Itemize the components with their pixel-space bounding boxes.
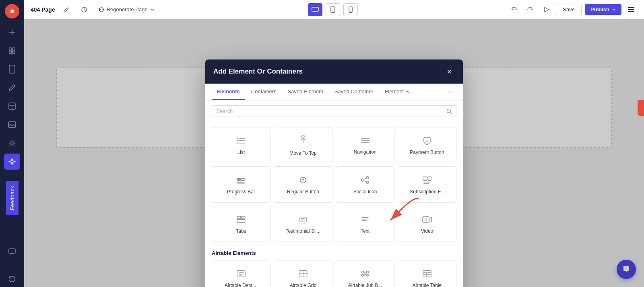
svg-line-48: [364, 178, 366, 180]
element-card-testimonial-slider[interactable]: Testimonial Sli...: [274, 206, 332, 242]
menu-button[interactable]: [625, 3, 638, 16]
svg-rect-6: [12, 51, 15, 53]
tab-saved-container[interactable]: Saved Container: [330, 84, 378, 100]
svg-point-76: [362, 271, 364, 273]
subscription-form-icon: [421, 175, 433, 185]
svg-rect-14: [9, 249, 15, 253]
history-icon[interactable]: [78, 3, 91, 16]
svg-line-49: [364, 181, 366, 182]
svg-point-80: [364, 273, 366, 275]
save-button[interactable]: Save: [556, 4, 582, 15]
airtable-elements-grid: Airtable Detai... Airtable Grid: [212, 260, 456, 287]
search-input[interactable]: [216, 108, 443, 114]
tab-containers[interactable]: Containers: [246, 84, 281, 100]
list-icon: [235, 136, 247, 146]
sidebar-item-layout[interactable]: [4, 43, 20, 59]
red-arrow: [354, 192, 427, 232]
svg-rect-35: [301, 136, 305, 137]
tablet-view-button[interactable]: [326, 3, 340, 16]
app-logo[interactable]: [5, 4, 19, 18]
svg-rect-56: [237, 219, 245, 223]
navigation-icon: [359, 136, 371, 145]
element-card-regular-button[interactable]: Regular Button: [274, 166, 332, 203]
svg-point-45: [366, 176, 369, 179]
tabs-icon: [235, 215, 247, 224]
airtable-section-title: Airtable Elements: [212, 248, 456, 256]
element-card-airtable-grid[interactable]: Airtable Grid: [274, 260, 332, 287]
page-title: 404 Page: [31, 6, 55, 13]
regular-button-icon: [297, 175, 309, 185]
desktop-view-button[interactable]: [308, 3, 322, 16]
modal-close-button[interactable]: ×: [444, 66, 455, 77]
element-label-progress-bar: Progress Bar: [227, 189, 255, 195]
svg-rect-55: [242, 216, 245, 219]
redo-button[interactable]: [524, 3, 537, 16]
modal-tabs: Elements Containers Saved Element Saved …: [205, 84, 463, 100]
element-card-payment-button[interactable]: Payment Button: [398, 127, 456, 163]
airtable-grid-icon: [297, 269, 309, 279]
tabs-more-button[interactable]: ···: [444, 84, 456, 99]
feedback-button[interactable]: Feedback: [6, 181, 19, 215]
publish-chevron-icon: [612, 8, 616, 12]
main-area: 404 Page Regenerate Page: [24, 0, 644, 287]
element-card-airtable-table[interactable]: Airtable Table: [398, 260, 456, 287]
tab-saved-element[interactable]: Saved Element: [283, 84, 328, 100]
element-card-airtable-jub[interactable]: Airtable Jub B...: [336, 260, 394, 287]
element-label-payment-button: Payment Button: [410, 150, 444, 156]
sidebar: Feedback: [0, 0, 24, 287]
sidebar-item-magic[interactable]: [4, 154, 20, 170]
sidebar-item-draw[interactable]: [4, 80, 20, 96]
element-card-airtable-detail[interactable]: Airtable Detai...: [212, 260, 270, 287]
svg-point-60: [301, 223, 302, 223]
svg-rect-16: [312, 7, 318, 11]
svg-point-22: [350, 11, 351, 12]
svg-rect-42: [237, 182, 243, 183]
element-card-navigation[interactable]: Navigation: [336, 127, 394, 163]
element-card-move-to-top[interactable]: Move To Top: [274, 127, 332, 163]
mobile-view-button[interactable]: [343, 3, 358, 16]
svg-rect-11: [8, 122, 16, 127]
svg-point-32: [237, 138, 239, 139]
tab-element-s[interactable]: Element S...: [380, 84, 418, 100]
element-label-move-to-top: Move To Top: [289, 150, 317, 157]
element-label-airtable-grid: Airtable Grid: [290, 283, 317, 287]
svg-marker-23: [545, 7, 549, 12]
topbar: 404 Page Regenerate Page: [24, 0, 644, 19]
search-area: [205, 100, 463, 122]
svg-point-46: [361, 179, 364, 181]
regenerate-button[interactable]: Regenerate Page: [95, 5, 158, 14]
sidebar-item-table[interactable]: [4, 98, 20, 114]
element-card-list[interactable]: List: [212, 127, 270, 163]
edit-icon[interactable]: [60, 3, 73, 16]
canvas-area: Add Element Or Containers × Elements Con…: [24, 19, 644, 287]
sidebar-item-settings[interactable]: [4, 135, 20, 151]
element-label-navigation: Navigation: [354, 149, 377, 156]
svg-point-20: [332, 11, 333, 12]
svg-point-62: [304, 223, 305, 223]
progress-bar-icon: [235, 175, 247, 185]
element-card-progress-bar[interactable]: Progress Bar: [212, 166, 270, 203]
svg-rect-5: [9, 51, 12, 53]
sidebar-item-chat[interactable]: [4, 244, 20, 260]
payment-button-icon: [421, 136, 433, 146]
svg-point-77: [367, 271, 369, 273]
svg-point-33: [237, 140, 239, 141]
element-label-airtable-jub: Airtable Jub B...: [348, 283, 382, 287]
element-label-regular-button: Regular Button: [287, 189, 319, 195]
svg-rect-4: [12, 48, 15, 50]
svg-rect-81: [423, 271, 431, 277]
testimonial-slider-icon: [297, 215, 309, 224]
sidebar-item-page[interactable]: [4, 61, 20, 77]
sidebar-item-add[interactable]: [4, 24, 20, 40]
element-card-tabs[interactable]: Tabs: [212, 206, 270, 242]
svg-rect-40: [237, 178, 241, 180]
sidebar-item-image[interactable]: [4, 117, 20, 133]
tab-elements[interactable]: Elements: [212, 84, 245, 100]
sidebar-item-undo[interactable]: [4, 271, 20, 287]
undo-button[interactable]: [508, 3, 520, 16]
svg-rect-7: [9, 65, 15, 73]
svg-point-79: [367, 275, 369, 277]
social-icon-icon: [359, 175, 371, 185]
publish-button[interactable]: Publish: [585, 4, 621, 15]
play-button[interactable]: [540, 3, 553, 16]
